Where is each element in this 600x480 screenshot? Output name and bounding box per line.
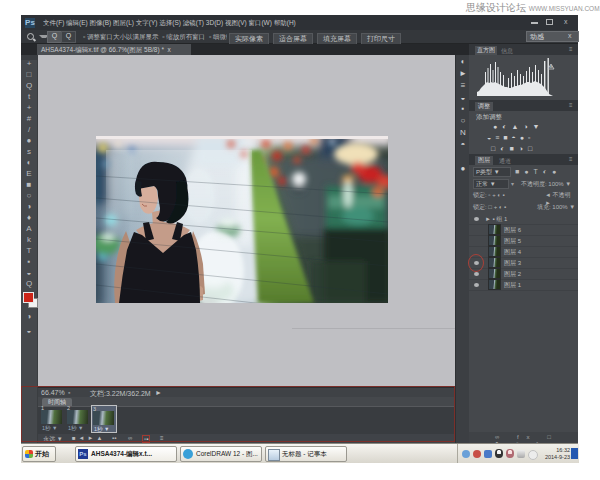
svg-text:A: A bbox=[550, 64, 553, 69]
